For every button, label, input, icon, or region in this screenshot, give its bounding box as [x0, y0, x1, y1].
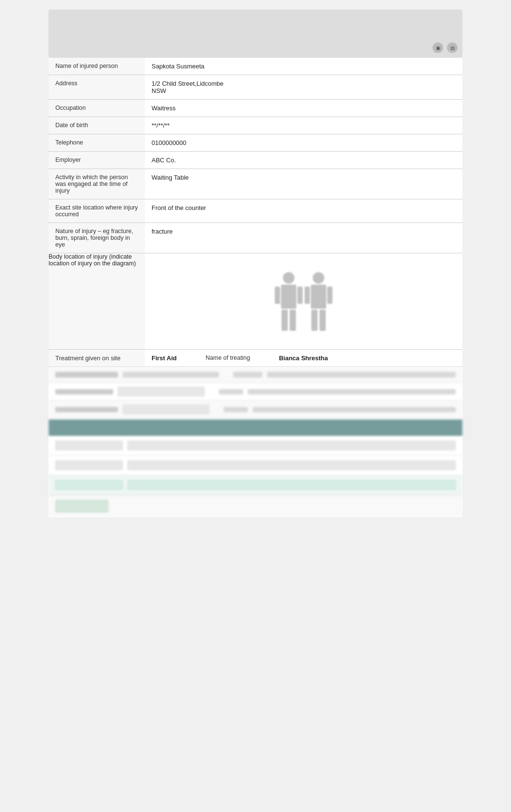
table-row: Name of injured person Sapkota Susmeeta	[49, 58, 462, 75]
blurred-button	[55, 500, 108, 512]
field-label-occupation: Occupation	[49, 100, 145, 117]
blurred-row-1	[49, 367, 462, 383]
main-content: Name of injured person Sapkota Susmeeta …	[49, 58, 462, 517]
field-label-treatment: Treatment given on site	[49, 350, 145, 367]
figure-arm-right-1	[297, 287, 303, 304]
figure-body-1	[281, 285, 296, 309]
body-diagram-row: Body location of injury (indicate locati…	[49, 253, 462, 350]
field-label-name: Name of injured person	[49, 58, 145, 75]
blurred-row-4	[49, 436, 462, 456]
figure-arm-right-2	[327, 287, 332, 304]
figure-leg-left-1	[281, 310, 288, 331]
blurred-button-row	[49, 495, 462, 517]
field-label-activity: Activity in which the person was engaged…	[49, 169, 145, 199]
field-value-employer: ABC Co.	[145, 152, 462, 169]
figure-legs-2	[311, 310, 326, 331]
icon-1[interactable]: ▣	[433, 42, 443, 53]
table-row: Activity in which the person was engaged…	[49, 169, 462, 199]
table-row: Employer ABC Co.	[49, 152, 462, 169]
treating-name-value: Bianca Shrestha	[279, 354, 328, 362]
blurred-input-8	[128, 480, 456, 490]
figure-1	[281, 272, 296, 331]
figure-torso-2	[311, 285, 326, 309]
blurred-input-2	[123, 405, 209, 414]
field-value-site: Front of the counter	[145, 199, 462, 223]
blurred-input-1	[118, 387, 204, 396]
table-row: Occupation Waitress	[49, 100, 462, 117]
field-value-telephone: 0100000000	[145, 134, 462, 152]
blurred-label-small	[219, 389, 243, 394]
name-of-treating-label: Name of treating	[205, 354, 250, 361]
body-figure-front	[271, 262, 336, 341]
form-table: Name of injured person Sapkota Susmeeta …	[49, 58, 462, 367]
blurred-label-2	[55, 389, 113, 394]
field-label-dob: Date of birth	[49, 117, 145, 134]
field-value-name: Sapkota Susmeeta	[145, 58, 462, 75]
blurred-value-1	[123, 372, 219, 378]
field-value-address: 1/2 Child Street,LidcombeNSW	[145, 75, 462, 100]
top-banner: ▣ ▤	[49, 10, 462, 58]
page-background-bottom	[0, 517, 511, 812]
field-label-body: Body location of injury (indicate locati…	[49, 253, 145, 350]
icon-2[interactable]: ▤	[447, 42, 458, 53]
blurred-input-5	[55, 460, 123, 470]
page-wrapper: ▣ ▤ Name of injured person Sapkota Susme…	[0, 0, 511, 812]
blurred-teal-header	[49, 419, 462, 436]
blurred-label-3	[55, 407, 118, 412]
table-row: Exact site location where injury occurre…	[49, 199, 462, 223]
blurred-extra-1	[233, 372, 262, 378]
field-value-nature: fracture	[145, 223, 462, 253]
field-value-activity: Waiting Table	[145, 169, 462, 199]
treating-name-group: Name of treating	[205, 354, 250, 361]
table-row: Telephone 0100000000	[49, 134, 462, 152]
field-label-nature: Nature of injury – eg fracture, burn, sp…	[49, 223, 145, 253]
treatment-cells: First Aid Name of treating Bianca Shrest…	[145, 350, 462, 367]
blurred-value-long-2	[253, 407, 456, 412]
body-diagram-cell	[145, 253, 462, 350]
field-value-dob: **/**/**	[145, 117, 462, 134]
top-banner-icons: ▣ ▤	[433, 42, 458, 53]
blurred-input-6	[128, 460, 456, 470]
figure-2	[311, 272, 326, 331]
blurred-label-small-2	[224, 407, 248, 412]
field-value-occupation: Waitress	[145, 100, 462, 117]
field-label-site: Exact site location where injury occurre…	[49, 199, 145, 223]
blurred-row-6	[49, 475, 462, 495]
figure-leg-right-1	[290, 310, 296, 331]
field-label-address: Address	[49, 75, 145, 100]
figure-legs-1	[281, 310, 296, 331]
table-row: Date of birth **/**/**	[49, 117, 462, 134]
figure-leg-left-2	[311, 310, 318, 331]
icon-2-symbol: ▤	[450, 45, 455, 51]
blurred-input-7	[55, 480, 123, 490]
blurred-row-2	[49, 383, 462, 401]
blurred-input-4	[128, 441, 456, 450]
table-row: Nature of injury – eg fracture, burn, sp…	[49, 223, 462, 253]
table-row: Address 1/2 Child Street,LidcombeNSW	[49, 75, 462, 100]
field-label-employer: Employer	[49, 152, 145, 169]
figure-head-1	[283, 272, 294, 284]
treatment-value: First Aid	[152, 354, 177, 362]
blurred-label-1	[55, 372, 118, 378]
icon-1-symbol: ▣	[436, 45, 440, 51]
figure-arm-left-1	[275, 287, 280, 304]
figure-arm-left-2	[305, 287, 310, 304]
blurred-lower-form	[49, 367, 462, 517]
blurred-input-3	[55, 441, 123, 450]
field-label-telephone: Telephone	[49, 134, 145, 152]
figure-head-2	[313, 272, 324, 284]
figure-body-2	[311, 285, 326, 309]
blurred-extra-2	[267, 372, 456, 378]
blurred-value-long	[248, 389, 456, 394]
treatment-row: Treatment given on site First Aid Name o…	[49, 350, 462, 367]
blurred-row-5	[49, 456, 462, 475]
blurred-row-3	[49, 401, 462, 419]
figure-leg-right-2	[319, 310, 326, 331]
figure-torso-1	[281, 285, 296, 309]
